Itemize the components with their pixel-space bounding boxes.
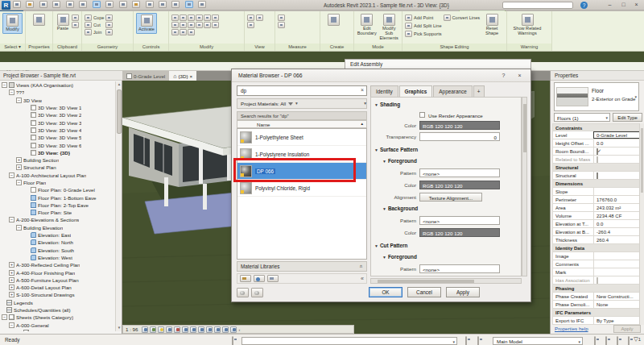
tree-item[interactable]: Floor Plan [0,179,116,186]
add-split-line-button[interactable]: Add Split Line [405,22,442,29]
sun-path-icon[interactable] [158,326,164,333]
select-links-icon[interactable] [617,336,618,345]
property-row[interactable]: Room Boundi... [552,148,641,156]
property-row[interactable]: Phase CreatedNew Constructi... [552,293,641,301]
use-render-appearance-checkbox[interactable] [419,112,425,118]
show-crop-icon[interactable] [190,326,196,333]
collapse-toggle[interactable] [9,89,14,95]
surface-foreground-color-swatch[interactable]: RGB 120 120 120 [419,181,500,189]
tree-item[interactable]: 3D View: 3D View 6 [0,141,116,148]
array-icon[interactable] [204,22,211,28]
property-section[interactable]: Structural [552,164,641,172]
delete-icon[interactable] [180,29,187,35]
tree-item[interactable]: A-000-General [0,322,116,329]
surface-background-pattern-button[interactable]: <none> [419,216,500,225]
unlocked-view-icon[interactable] [198,326,204,333]
revit-app-icon[interactable]: R [2,1,10,10]
expand-toggle[interactable] [9,292,14,297]
transparency-input[interactable]: 0 [419,132,500,141]
tree-item[interactable]: Floor Plan: 0-Grade Level [0,186,116,193]
properties-scrollbar[interactable] [639,123,644,325]
selection-filter-icon[interactable]: ▽1 [634,336,641,343]
property-row[interactable]: Structural [552,172,641,180]
minimize-button[interactable]: – [605,0,615,10]
help-icon[interactable]: ? [580,2,588,9]
detail-level-icon[interactable] [142,326,148,333]
collapse-toggle[interactable] [16,98,22,103]
tree-item[interactable]: Schedules/Quantities (all) [0,306,116,314]
tree-item[interactable]: Sheets (Sheets Category) [0,314,116,321]
tree-item[interactable]: Views (KAA Organisation) [0,81,116,89]
extend-icon[interactable] [188,22,195,28]
infocenter-search-input[interactable] [502,2,573,9]
align-icon[interactable] [171,15,179,21]
section-icon[interactable] [105,1,114,8]
library-folder-icon[interactable] [240,275,251,282]
tab-add[interactable]: + [473,85,485,97]
dialog-help-icon[interactable]: ? [499,72,508,80]
property-row[interactable]: Level0-Grade Level [552,131,641,139]
close-view-tab-icon[interactable]: × [190,73,193,79]
temporary-hide-icon[interactable] [206,326,213,333]
background-section[interactable]: ▼Background [382,206,418,211]
collapse-toggle[interactable] [9,172,14,178]
add-point-button[interactable]: Add Point [405,14,442,21]
visual-style-icon[interactable] [150,326,156,333]
tree-item[interactable]: 3D View: 3D View 1 [0,104,116,111]
property-row[interactable]: Image [552,252,641,260]
shadows-icon[interactable] [166,326,172,333]
tree-item[interactable]: 3D View: 3D View 2 [0,111,116,118]
pick-supports-button[interactable]: Pick Supports [405,30,442,37]
tree-item[interactable]: Building Section [0,156,116,164]
cut-foreground-pattern-button[interactable]: <none> [419,264,500,273]
property-row[interactable]: Mark [552,268,641,276]
property-row[interactable]: Elevation at T...0.0 [552,220,641,228]
tree-item[interactable]: Elevation: North [0,239,116,246]
expand-toggle[interactable] [9,262,14,268]
properties-help-link[interactable]: Properties help [555,326,588,331]
material-libraries-header[interactable]: Material Libraries « [237,261,367,272]
project-browser-header[interactable]: Project Browser - Sample file.rvt [0,71,122,81]
tree-item[interactable]: ??? [0,89,116,96]
tree-item[interactable]: Building Elevation [0,224,116,231]
view-tab-floor-plan[interactable]: 0-Grade Level [122,71,169,81]
properties-button[interactable] [28,13,49,27]
property-row[interactable]: Area243.032 m² [552,204,641,212]
collapse-toggle[interactable] [16,225,22,231]
paste-button[interactable]: Paste [56,13,70,31]
tree-item[interactable]: A-300-Reflected Ceiling Plan [0,261,116,268]
property-row[interactable]: Volume2234.48 CF [552,212,641,220]
copy-icon[interactable] [72,15,79,21]
dialog-close-icon[interactable]: × [515,72,524,80]
property-section[interactable]: Dimensions [552,180,641,188]
foreground-section[interactable]: ▼Foreground [382,158,417,164]
unpin-icon[interactable] [171,29,179,35]
beam-icon[interactable] [105,15,113,21]
dialog-titlebar[interactable]: Material Browser - DP 066 [232,69,530,82]
material-row-selected[interactable]: DP 066 [237,163,366,180]
design-option-dropdown[interactable]: Main Model▾ [493,337,583,345]
tree-item[interactable]: A-001 - General [0,329,116,331]
tree-item[interactable]: A-500-Furniture Layout Plan [0,276,116,284]
print-icon[interactable] [66,1,74,8]
property-section[interactable]: IFC Parameters [552,309,641,317]
scroll-down-icon[interactable]: ▼ [116,325,122,331]
rotate-icon[interactable] [171,22,179,28]
reset-shape-button[interactable]: Reset Shape [481,13,502,36]
tab-graphics[interactable]: Graphics [399,85,433,97]
modify-button[interactable]: Modify [2,13,23,34]
join-icon[interactable] [85,29,92,35]
split-icon[interactable] [196,15,203,21]
scale-button[interactable]: 1 : 96 [126,326,138,332]
modify-sub-elements-button[interactable]: Modify Sub Elements [379,13,400,41]
clear-search-icon[interactable]: × [361,87,364,93]
surface-pattern-section[interactable]: ▼Surface Pattern [374,147,418,152]
tree-item[interactable]: Floor Plan: 1-Bottom Eave [0,193,116,201]
mirror-icon[interactable] [188,15,195,21]
cope-icon[interactable] [85,15,92,21]
scale-icon[interactable] [196,22,203,28]
cut-foreground-section[interactable]: ▼Foreground [382,254,417,260]
texture-alignment-button[interactable]: Texture Alignment... [419,193,482,202]
material-row[interactable]: 1-Polyethylene Sheet [237,129,366,146]
measure-icon[interactable] [79,1,87,8]
